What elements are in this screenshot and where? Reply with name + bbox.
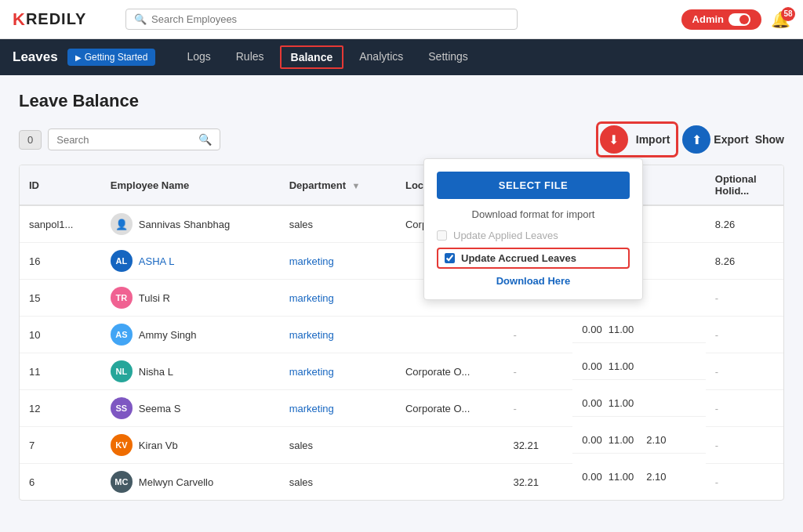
cell-earned: - bbox=[503, 390, 572, 427]
tab-analytics[interactable]: Analytics bbox=[347, 39, 416, 75]
update-accrued-checkbox[interactable] bbox=[445, 253, 455, 263]
cell-id: 10 bbox=[20, 317, 101, 353]
col-optional-holiday: OptionalHolid... bbox=[706, 165, 783, 205]
cell-optional: - bbox=[706, 464, 783, 501]
cell-optional: - bbox=[706, 317, 783, 353]
cell-employee: TR Tulsi R bbox=[101, 280, 280, 317]
cell-optional: - bbox=[706, 390, 783, 427]
dept-link[interactable]: marketing bbox=[289, 329, 334, 341]
cell-dept: marketing bbox=[280, 353, 396, 390]
cell-optional: 8.26 bbox=[706, 205, 783, 243]
cell-location bbox=[396, 427, 503, 464]
table-row: 6 MC Melwyn Carvello sales 32.21 0.0011.… bbox=[20, 464, 783, 501]
logo-text: REDILY bbox=[26, 10, 87, 28]
cell-earned: 32.21 bbox=[503, 427, 572, 464]
download-here-link[interactable]: Download Here bbox=[437, 275, 630, 287]
avatar: KV bbox=[111, 434, 133, 456]
table-row: 7 KV Kiran Vb sales 32.21 0.0011.002.10 … bbox=[20, 427, 783, 464]
show-button[interactable]: Show bbox=[755, 133, 784, 146]
dept-link[interactable]: marketing bbox=[289, 403, 334, 414]
nav-tabs: Logs Rules Balance Analytics Settings bbox=[174, 39, 480, 75]
cell-optional: 8.26 bbox=[706, 243, 783, 280]
cell-location: Corporate O... bbox=[396, 353, 503, 390]
avatar: TR bbox=[111, 287, 133, 309]
cell-earned: - bbox=[503, 317, 572, 353]
dept-link[interactable]: marketing bbox=[289, 255, 334, 267]
cell-dept: marketing bbox=[280, 243, 396, 280]
employee-name[interactable]: ASHA L bbox=[139, 255, 175, 267]
cell-employee: KV Kiran Vb bbox=[101, 427, 280, 464]
logo: K REDILY bbox=[13, 9, 107, 30]
search-input[interactable] bbox=[56, 134, 198, 146]
cell-employee: MC Melwyn Carvello bbox=[101, 464, 280, 501]
tab-logs[interactable]: Logs bbox=[174, 39, 223, 75]
cell-dept: sales bbox=[280, 427, 396, 464]
admin-toggle[interactable] bbox=[729, 13, 750, 26]
table-row: 12 SS Seema S marketing Corporate O... -… bbox=[20, 390, 783, 427]
employee-name: Nisha L bbox=[139, 366, 173, 378]
cell-employee: NL Nisha L bbox=[101, 353, 280, 390]
toolbar-actions: ⬇ Import ⬆ Export Show bbox=[598, 124, 784, 155]
getting-started-label: Getting Started bbox=[85, 52, 148, 63]
employee-name: Kiran Vb bbox=[139, 440, 178, 451]
cell-dept: marketing bbox=[280, 317, 396, 353]
cell-employee: SS Seema S bbox=[101, 390, 280, 427]
employee-name: Melwyn Carvello bbox=[139, 476, 213, 488]
leave-balance-table: ID Employee Name Department ▼ Location ▼… bbox=[19, 165, 784, 501]
cell-location bbox=[396, 317, 503, 353]
cell-dept: sales bbox=[280, 205, 396, 243]
leaves-title: Leaves bbox=[13, 49, 58, 65]
admin-button[interactable]: Admin bbox=[681, 9, 761, 30]
import-label[interactable]: Import bbox=[631, 130, 675, 149]
global-search-bar[interactable]: 🔍 bbox=[125, 9, 518, 30]
cell-employee: AL ASHA L bbox=[101, 243, 280, 280]
table-row: 15 TR Tulsi R marketing - - bbox=[20, 280, 783, 317]
play-icon: ▶ bbox=[75, 53, 82, 62]
update-applied-checkbox[interactable] bbox=[437, 230, 447, 241]
cell-id: 11 bbox=[20, 353, 101, 390]
employee-name: Tulsi R bbox=[139, 292, 170, 304]
getting-started-button[interactable]: ▶ Getting Started bbox=[67, 49, 156, 66]
table-row: 11 NL Nisha L marketing Corporate O... -… bbox=[20, 353, 783, 390]
id-link[interactable]: sanpol1... bbox=[29, 219, 73, 230]
avatar: AL bbox=[111, 250, 133, 272]
topbar: K REDILY 🔍 Admin 🔔 58 bbox=[0, 0, 803, 39]
tab-rules[interactable]: Rules bbox=[223, 39, 277, 75]
dept-link[interactable]: marketing bbox=[289, 292, 334, 304]
cell-extra: 0.0011.00 bbox=[572, 353, 705, 380]
avatar: MC bbox=[111, 471, 133, 493]
tab-balance[interactable]: Balance bbox=[280, 45, 344, 69]
search-mag-icon: 🔍 bbox=[198, 133, 212, 146]
navbar: Leaves ▶ Getting Started Logs Rules Bala… bbox=[0, 39, 803, 75]
cell-employee: 👤 Sannivas Shanbhag bbox=[101, 205, 280, 243]
cell-extra: 0.0011.002.10 bbox=[572, 427, 705, 454]
cell-employee: AS Ammy Singh bbox=[101, 317, 280, 353]
avatar: NL bbox=[111, 360, 133, 382]
export-label[interactable]: Export bbox=[714, 133, 748, 146]
update-accrued-label: Update Accrued Leaves bbox=[461, 252, 576, 264]
cell-extra: 0.0011.00 bbox=[572, 317, 705, 343]
cell-dept: marketing bbox=[280, 280, 396, 317]
export-icon-button[interactable]: ⬆ bbox=[682, 125, 710, 154]
cell-id: 7 bbox=[20, 427, 101, 464]
cell-earned: - bbox=[503, 353, 572, 390]
global-search-input[interactable] bbox=[151, 13, 509, 25]
table-row: sanpol1... 👤 Sannivas Shanbhag sales Cor… bbox=[20, 205, 783, 243]
dept-filter-icon[interactable]: ▼ bbox=[352, 181, 361, 190]
employee-name: Seema S bbox=[139, 403, 180, 414]
cell-dept: marketing bbox=[280, 390, 396, 427]
select-file-button[interactable]: SELECT FILE bbox=[437, 172, 630, 199]
update-applied-checkbox-row: Update Applied Leaves bbox=[437, 230, 630, 241]
table-row: 16 AL ASHA L marketing - 8.26 bbox=[20, 243, 783, 280]
import-popup: SELECT FILE Download format for import U… bbox=[423, 158, 643, 300]
col-id: ID bbox=[20, 165, 101, 205]
page-title: Leave Balance bbox=[19, 91, 784, 111]
tab-settings[interactable]: Settings bbox=[416, 39, 481, 75]
download-format-text: Download format for import bbox=[437, 208, 630, 220]
import-icon-button[interactable]: ⬇ bbox=[600, 125, 628, 154]
cell-optional: - bbox=[706, 427, 783, 464]
employee-name: Ammy Singh bbox=[139, 329, 197, 341]
notification-button[interactable]: 🔔 58 bbox=[771, 10, 790, 29]
search-input-box[interactable]: 🔍 bbox=[48, 128, 220, 150]
dept-link[interactable]: marketing bbox=[289, 366, 334, 378]
